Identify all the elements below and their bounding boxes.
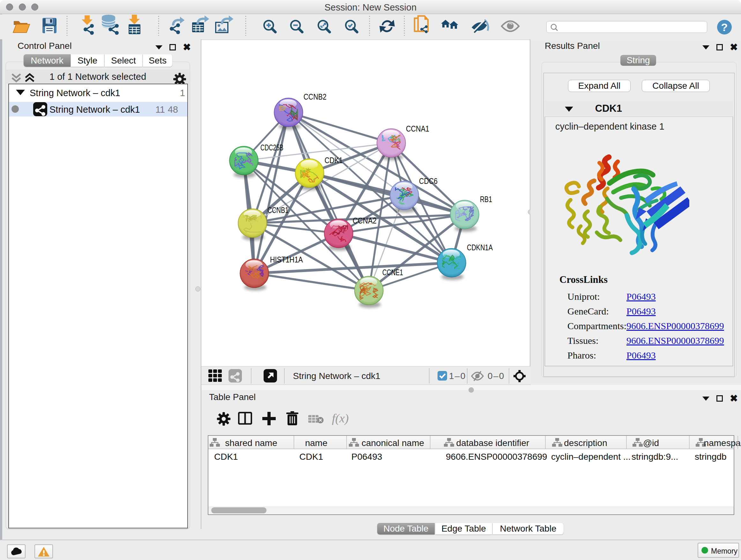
svg-text:CDKN1A: CDKN1A [467, 243, 493, 252]
svg-text:CCNE1: CCNE1 [382, 267, 403, 277]
svg-text:HIST1H1A: HIST1H1A [270, 255, 303, 264]
svg-text:CCNB2: CCNB2 [304, 92, 327, 102]
svg-text:CDK1: CDK1 [325, 155, 343, 165]
svg-text:RB1: RB1 [480, 194, 492, 204]
svg-text:CDC25B: CDC25B [260, 143, 283, 152]
svg-text:CCNB1: CCNB1 [267, 205, 288, 215]
svg-text:CCNA2: CCNA2 [353, 216, 377, 226]
svg-text:CDC6: CDC6 [419, 176, 437, 186]
svg-text:CCNA1: CCNA1 [406, 124, 429, 133]
